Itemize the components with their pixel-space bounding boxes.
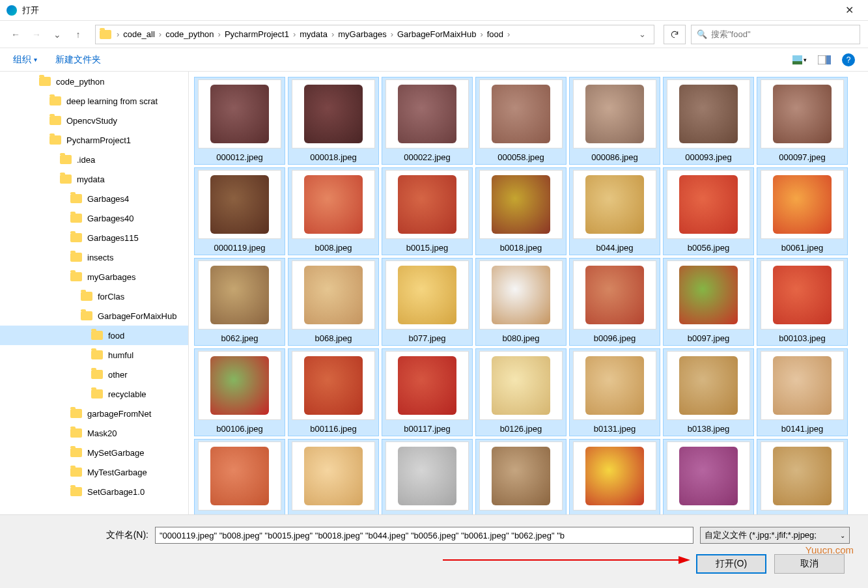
breadcrumb-item[interactable]: food	[484, 29, 506, 39]
close-button[interactable]: ✕	[837, 1, 861, 19]
refresh-button[interactable]	[664, 25, 686, 44]
tree-item[interactable]: .idea	[0, 150, 188, 169]
tree-item[interactable]: OpencvStudy	[0, 111, 188, 130]
file-thumbnail[interactable]: b077.jpeg	[382, 258, 473, 346]
tree-item[interactable]: insects	[0, 247, 188, 267]
file-name-label: 000022.jpeg	[404, 152, 451, 162]
breadcrumb-item[interactable]: code_all	[120, 29, 157, 39]
breadcrumb-item[interactable]: myGarbages	[335, 29, 389, 39]
tree-item[interactable]: Mask20	[0, 423, 188, 443]
file-thumbnail[interactable]	[475, 439, 567, 514]
cancel-button[interactable]: 取消	[774, 554, 845, 574]
organize-button[interactable]: 组织 ▾	[13, 54, 37, 66]
file-thumbnail[interactable]: b0056.jpeg	[663, 167, 754, 255]
view-mode-button[interactable]: ▾	[792, 54, 807, 66]
new-folder-button[interactable]: 新建文件夹	[55, 54, 101, 66]
folder-icon	[100, 30, 111, 39]
file-thumbnail[interactable]: b080.jpeg	[475, 258, 567, 346]
file-thumbnail[interactable]: b0126.jpeg	[475, 348, 567, 436]
tree-item[interactable]: Garbages40	[0, 208, 188, 228]
thumbnail-image	[761, 351, 844, 420]
file-grid[interactable]: 000012.jpeg000018.jpeg000022.jpeg000058.…	[189, 72, 868, 514]
file-thumbnail[interactable]	[194, 439, 285, 514]
file-thumbnail[interactable]	[663, 439, 754, 514]
up-button[interactable]: ↑	[70, 27, 86, 42]
breadcrumb-bar[interactable]: › code_all›code_python›PycharmProject1›m…	[95, 25, 654, 44]
back-button[interactable]: ←	[8, 27, 23, 42]
tree-item[interactable]: forClas	[0, 287, 188, 306]
file-thumbnail[interactable]: b0097.jpeg	[663, 258, 754, 346]
file-thumbnail[interactable]: b044.jpeg	[569, 167, 660, 255]
file-thumbnail[interactable]: 000058.jpeg	[475, 77, 567, 165]
thumbnail-image	[292, 260, 375, 329]
thumbnail-image	[479, 170, 563, 239]
tree-item[interactable]: Garbages4	[0, 189, 188, 208]
file-thumbnail[interactable]: 000093.jpeg	[663, 77, 754, 165]
file-thumbnail[interactable]: b0061.jpeg	[757, 167, 848, 255]
file-thumbnail[interactable]: 000022.jpeg	[382, 77, 473, 165]
folder-tree[interactable]: code_pythondeep learning from scratOpenc…	[0, 72, 189, 514]
tree-item[interactable]: code_python	[0, 72, 188, 91]
file-thumbnail[interactable]: 000018.jpeg	[288, 77, 379, 165]
tree-item[interactable]: other	[0, 365, 188, 384]
file-thumbnail[interactable]: 0000119.jpeg	[194, 167, 285, 255]
tree-item[interactable]: humful	[0, 345, 188, 365]
file-thumbnail[interactable]: b00117.jpeg	[382, 348, 473, 436]
nav-bar: ← → ⌄ ↑ › code_all›code_python›PycharmPr…	[0, 21, 868, 48]
file-thumbnail[interactable]: b068.jpeg	[288, 258, 379, 346]
filename-input[interactable]	[155, 527, 693, 544]
file-thumbnail[interactable]	[382, 439, 473, 514]
file-thumbnail[interactable]: 000012.jpeg	[194, 77, 285, 165]
file-thumbnail[interactable]	[757, 439, 848, 514]
file-thumbnail[interactable]: b0018.jpeg	[475, 167, 567, 255]
file-thumbnail[interactable]: b00103.jpeg	[757, 258, 848, 346]
file-name-label: b044.jpeg	[596, 243, 633, 253]
file-thumbnail[interactable]: b0141.jpeg	[757, 348, 848, 436]
tree-item[interactable]: recyclable	[0, 384, 188, 404]
breadcrumb-item[interactable]: code_python	[163, 29, 216, 39]
file-thumbnail[interactable]: b00106.jpeg	[194, 348, 285, 436]
file-thumbnail[interactable]: b062.jpeg	[194, 258, 285, 346]
file-thumbnail[interactable]: b0096.jpeg	[569, 258, 660, 346]
open-button[interactable]: 打开(O)	[696, 554, 766, 574]
file-thumbnail[interactable]: b0138.jpeg	[663, 348, 754, 436]
search-input[interactable]	[711, 29, 854, 39]
file-thumbnail[interactable]: 000086.jpeg	[569, 77, 660, 165]
file-thumbnail[interactable]: 000097.jpeg	[757, 77, 848, 165]
tree-item[interactable]: Garbages115	[0, 228, 188, 247]
tree-item[interactable]: garbageFromNet	[0, 404, 188, 423]
thumbnail-image	[385, 170, 469, 239]
file-thumbnail[interactable]	[288, 439, 379, 514]
tree-item[interactable]: PycharmProject1	[0, 130, 188, 150]
recent-dropdown[interactable]: ⌄	[49, 27, 65, 42]
file-name-label: b0131.jpeg	[594, 424, 636, 434]
tree-item[interactable]: MyTestGarbage	[0, 462, 188, 482]
file-name-label: 0000119.jpeg	[214, 243, 266, 253]
thumbnail-image	[761, 170, 844, 239]
folder-icon	[91, 370, 103, 379]
help-button[interactable]: ?	[842, 53, 855, 66]
file-thumbnail[interactable]: b0131.jpeg	[569, 348, 660, 436]
breadcrumb-item[interactable]: GarbageForMaixHub	[395, 29, 479, 39]
folder-icon	[91, 350, 103, 359]
tree-item[interactable]: mydata	[0, 169, 188, 189]
path-dropdown[interactable]: ⌄	[634, 29, 651, 39]
filename-label: 文件名(N):	[18, 529, 148, 541]
breadcrumb-item[interactable]: PycharmProject1	[222, 29, 292, 39]
file-thumbnail[interactable]	[569, 439, 660, 514]
file-thumbnail[interactable]: b00116.jpeg	[288, 348, 379, 436]
file-thumbnail[interactable]: b008.jpeg	[288, 167, 379, 255]
file-name-label: b00106.jpeg	[216, 424, 263, 434]
tree-item[interactable]: food	[0, 326, 188, 345]
file-thumbnail[interactable]: b0015.jpeg	[382, 167, 473, 255]
tree-item[interactable]: myGarbages	[0, 267, 188, 287]
tree-item[interactable]: deep learning from scrat	[0, 91, 188, 111]
preview-pane-button[interactable]	[817, 54, 832, 66]
filetype-select[interactable]: 自定义文件 (*.jpg;*.jfif;*.pjpeg; ⌄	[700, 527, 850, 544]
forward-button[interactable]: →	[29, 27, 44, 42]
search-box[interactable]: 🔍	[691, 25, 860, 44]
breadcrumb-item[interactable]: mydata	[297, 29, 330, 39]
tree-item[interactable]: GarbageForMaixHub	[0, 306, 188, 326]
tree-item[interactable]: SetGarbage1.0	[0, 482, 188, 501]
tree-item[interactable]: MySetGarbage	[0, 443, 188, 462]
